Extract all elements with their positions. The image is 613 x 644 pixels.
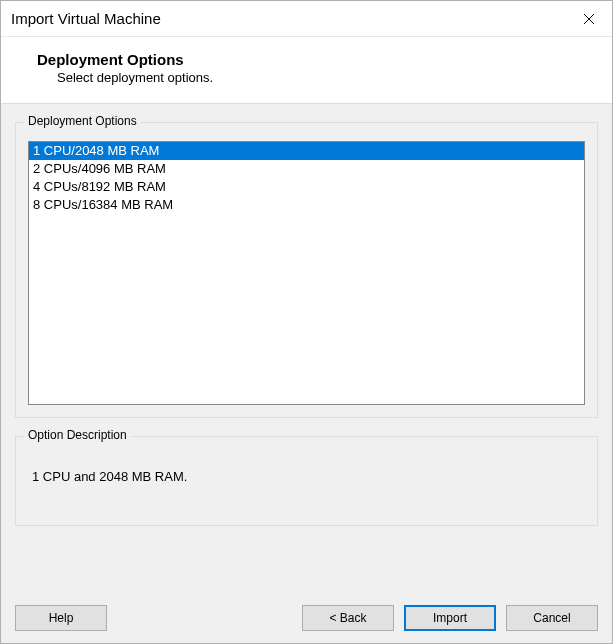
cancel-button[interactable]: Cancel <box>506 605 598 631</box>
close-icon <box>583 13 595 25</box>
help-button[interactable]: Help <box>15 605 107 631</box>
deployment-options-listbox[interactable]: 1 CPU/2048 MB RAM2 CPUs/4096 MB RAM4 CPU… <box>28 141 585 405</box>
deployment-options-group-label: Deployment Options <box>24 114 141 128</box>
page-title: Deployment Options <box>37 51 592 68</box>
option-description-text: 1 CPU and 2048 MB RAM. <box>28 455 585 488</box>
import-button[interactable]: Import <box>404 605 496 631</box>
list-item[interactable]: 1 CPU/2048 MB RAM <box>29 142 584 160</box>
close-button[interactable] <box>566 1 612 37</box>
list-item[interactable]: 4 CPUs/8192 MB RAM <box>29 178 584 196</box>
deployment-options-group: Deployment Options 1 CPU/2048 MB RAM2 CP… <box>15 122 598 418</box>
list-item[interactable]: 2 CPUs/4096 MB RAM <box>29 160 584 178</box>
list-item[interactable]: 8 CPUs/16384 MB RAM <box>29 196 584 214</box>
window-title: Import Virtual Machine <box>11 10 566 27</box>
button-bar: Help < Back Import Cancel <box>1 595 612 643</box>
page-subtitle: Select deployment options. <box>37 70 592 85</box>
dialog-window: Import Virtual Machine Deployment Option… <box>0 0 613 644</box>
wizard-header: Deployment Options Select deployment opt… <box>1 37 612 103</box>
back-button[interactable]: < Back <box>302 605 394 631</box>
titlebar: Import Virtual Machine <box>1 1 612 37</box>
option-description-group: Option Description 1 CPU and 2048 MB RAM… <box>15 436 598 526</box>
option-description-group-label: Option Description <box>24 428 131 442</box>
content-area: Deployment Options 1 CPU/2048 MB RAM2 CP… <box>1 103 612 595</box>
